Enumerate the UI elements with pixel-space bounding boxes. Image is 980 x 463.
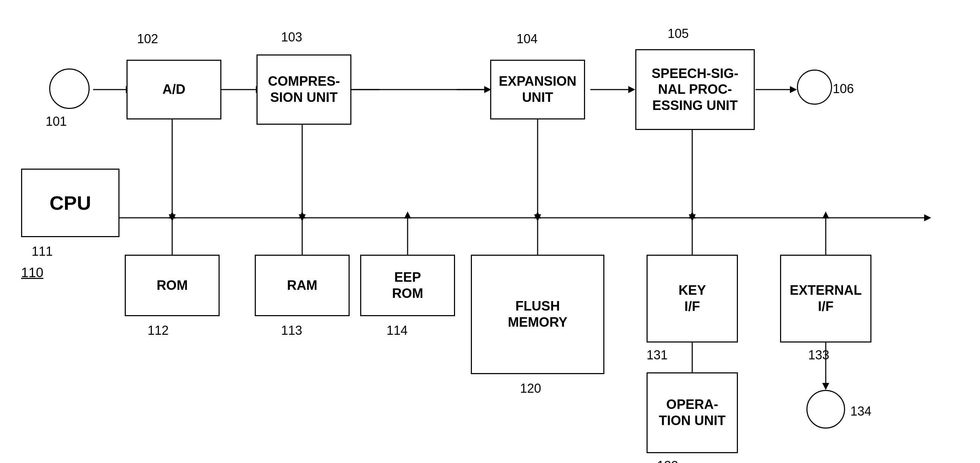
circle-106 (797, 70, 832, 105)
svg-marker-50 (822, 383, 829, 390)
block-rom-label: ROM (157, 277, 188, 294)
block-eeprom-label: EEPROM (392, 269, 423, 301)
block-externalif-label: EXTERNALI/F (790, 282, 862, 314)
block-speech-label: SPEECH-SIG-NAL PROC-ESSING UNIT (651, 66, 738, 114)
svg-marker-36 (404, 212, 411, 218)
diagram: 101 A/D 102 COMPRES-SION UNIT 103 EXPANS… (0, 0, 980, 463)
svg-marker-12 (790, 86, 797, 93)
block-flush-label: FLUSHMEMORY (508, 298, 568, 330)
svg-marker-18 (299, 214, 306, 221)
label-103: 103 (281, 30, 302, 45)
block-operation: OPERA-TION UNIT (646, 372, 738, 453)
block-compression-label: COMPRES-SION UNIT (268, 73, 340, 105)
label-131: 131 (646, 348, 668, 363)
block-expansion: EXPANSIONUNIT (490, 60, 585, 119)
block-keyif: KEYI/F (646, 255, 738, 342)
svg-marker-42 (689, 212, 696, 218)
circle-101 (49, 68, 90, 109)
label-133: 133 (808, 348, 829, 363)
svg-marker-33 (299, 212, 306, 218)
block-eeprom: EEPROM (360, 255, 455, 316)
label-114: 114 (387, 323, 407, 338)
block-keyif-label: KEYI/F (679, 282, 706, 314)
svg-marker-39 (534, 212, 541, 218)
block-expansion-label: EXPANSIONUNIT (499, 73, 576, 105)
label-106: 106 (833, 81, 854, 96)
block-operation-label: OPERA-TION UNIT (659, 396, 725, 429)
label-111: 111 (32, 244, 53, 259)
block-rom: ROM (125, 255, 220, 316)
label-112: 112 (148, 323, 169, 338)
svg-marker-45 (822, 212, 829, 218)
label-101: 101 (46, 114, 67, 129)
block-cpu: CPU (21, 169, 119, 237)
label-132: 132 (657, 458, 678, 463)
label-105: 105 (668, 26, 689, 41)
label-113: 113 (281, 323, 302, 338)
svg-marker-21 (534, 214, 541, 221)
block-ad-label: A/D (162, 81, 185, 98)
block-cpu-label: CPU (49, 191, 91, 215)
label-104: 104 (517, 32, 538, 46)
svg-marker-30 (169, 212, 176, 218)
svg-marker-10 (628, 86, 635, 93)
block-flush: FLUSHMEMORY (471, 255, 605, 374)
block-compression: COMPRES-SION UNIT (256, 54, 352, 125)
block-speech: SPEECH-SIG-NAL PROC-ESSING UNIT (635, 49, 755, 130)
svg-marker-15 (169, 214, 176, 221)
svg-marker-24 (689, 214, 696, 221)
block-ad: A/D (127, 60, 221, 119)
label-120: 120 (520, 381, 541, 396)
circle-134 (807, 390, 845, 429)
block-ram-label: RAM (287, 277, 318, 294)
svg-marker-1 (924, 214, 931, 221)
label-110: 110 (21, 265, 43, 280)
block-externalif: EXTERNALI/F (780, 255, 872, 342)
label-134: 134 (850, 404, 872, 419)
block-ram: RAM (255, 255, 350, 316)
label-102: 102 (137, 32, 158, 46)
